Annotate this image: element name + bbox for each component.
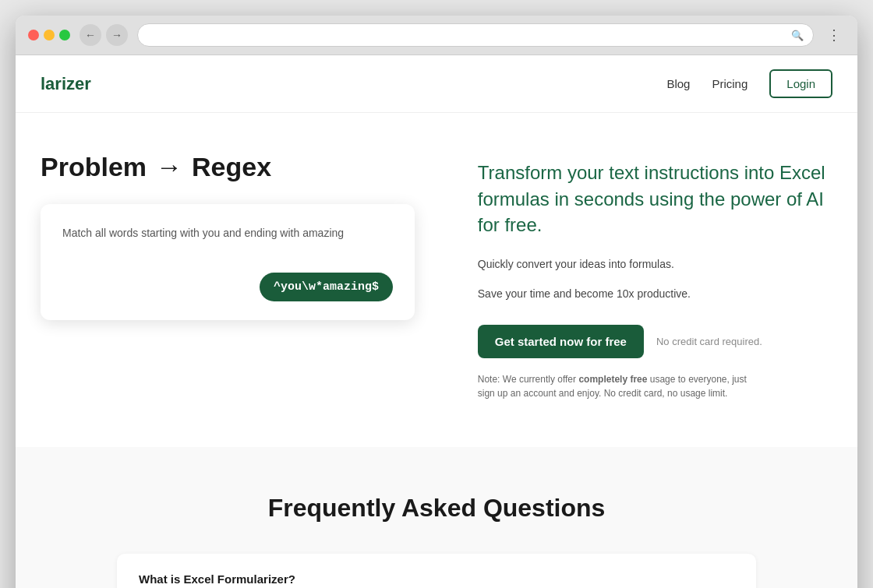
search-icon: 🔍 bbox=[791, 30, 804, 41]
cta-button[interactable]: Get started now for free bbox=[478, 325, 644, 358]
demo-result: ^you\w*amazing$ bbox=[62, 273, 393, 301]
maximize-traffic-light[interactable] bbox=[59, 30, 70, 40]
address-bar[interactable]: 🔍 bbox=[137, 23, 814, 47]
faq-title: Frequently Asked Questions bbox=[41, 494, 832, 523]
demo-card: Match all words starting with you and en… bbox=[41, 204, 415, 320]
regex-output-badge: ^you\w*amazing$ bbox=[260, 273, 393, 301]
hero-right: Transform your text instructions into Ex… bbox=[478, 152, 832, 400]
hero-title-part1: Problem bbox=[41, 152, 147, 182]
browser-window: ← → 🔍 ⋮ larizer Blog Pricing Login Probl… bbox=[16, 16, 857, 588]
cta-row: Get started now for free No credit card … bbox=[478, 325, 832, 358]
nav-blog-link[interactable]: Blog bbox=[666, 77, 690, 90]
hero-tagline: Transform your text instructions into Ex… bbox=[478, 160, 832, 238]
faq-question-0: What is Excel Formularizer? bbox=[139, 572, 734, 586]
site-logo: larizer bbox=[41, 74, 91, 94]
hero-title-arrow: → bbox=[156, 152, 182, 182]
hero-section: Problem → Regex Match all words starting… bbox=[16, 113, 857, 447]
no-credit-card-text: No credit card required. bbox=[656, 336, 762, 347]
site-navigation: larizer Blog Pricing Login bbox=[16, 55, 857, 113]
note-text: Note: We currently offer completely free… bbox=[478, 372, 758, 400]
website-content: larizer Blog Pricing Login Problem → Reg… bbox=[16, 55, 857, 588]
faq-card-0: What is Excel Formularizer? Excel Formul… bbox=[117, 554, 756, 588]
hero-sub-line1: Quickly convert your ideas into formulas… bbox=[478, 255, 832, 273]
more-options-button[interactable]: ⋮ bbox=[823, 24, 845, 46]
nav-buttons: ← → bbox=[80, 24, 128, 46]
hero-title-part2: Regex bbox=[192, 152, 271, 182]
browser-chrome: ← → 🔍 ⋮ bbox=[16, 16, 857, 55]
note-prefix: Note: We currently offer bbox=[478, 374, 579, 385]
traffic-lights bbox=[28, 30, 70, 40]
note-bold: completely free bbox=[578, 374, 647, 385]
hero-sub-line2: Save your time and become 10x productive… bbox=[478, 285, 832, 302]
faq-section: Frequently Asked Questions What is Excel… bbox=[16, 447, 857, 588]
close-traffic-light[interactable] bbox=[28, 30, 39, 40]
demo-input-text: Match all words starting with you and en… bbox=[62, 226, 393, 241]
hero-left: Problem → Regex Match all words starting… bbox=[41, 152, 431, 320]
nav-links: Blog Pricing Login bbox=[666, 69, 832, 98]
back-button[interactable]: ← bbox=[80, 24, 101, 46]
hero-title: Problem → Regex bbox=[41, 152, 431, 182]
minimize-traffic-light[interactable] bbox=[44, 30, 55, 40]
forward-button[interactable]: → bbox=[106, 24, 128, 46]
login-button[interactable]: Login bbox=[769, 69, 832, 98]
nav-pricing-link[interactable]: Pricing bbox=[712, 77, 748, 90]
